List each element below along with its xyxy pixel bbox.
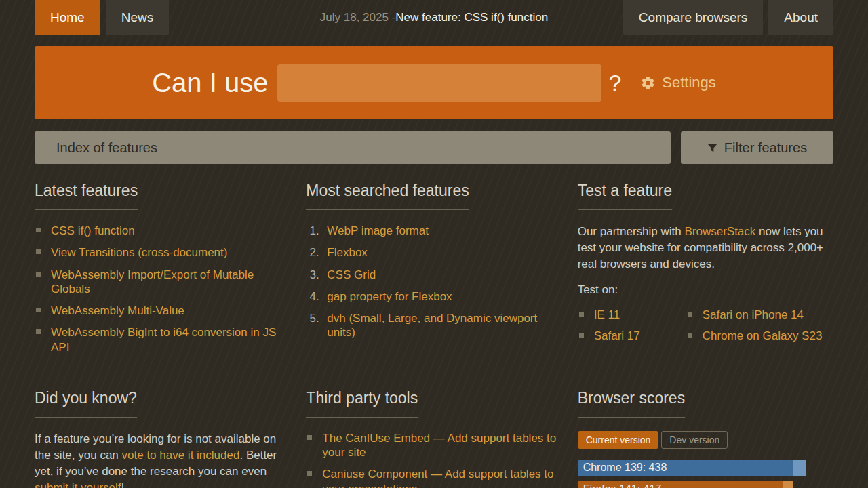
list-item: Safari 17 <box>578 329 686 343</box>
feature-search-input[interactable] <box>277 64 601 102</box>
question-mark: ? <box>608 70 621 96</box>
list-item: View Transitions (cross-document) <box>35 245 290 260</box>
did-you-know-section: Did you know? If a feature you’re lookin… <box>35 389 290 488</box>
nav-compare-browsers[interactable]: Compare browsers <box>623 0 764 35</box>
firefox-score-row: Firefox 141: 417 <box>578 481 833 488</box>
list-item: CSS Grid <box>322 268 561 282</box>
version-toggle: Current version Dev version <box>578 431 833 449</box>
feature-link[interactable]: gap property for Flexbox <box>327 290 452 303</box>
settings-button[interactable]: Settings <box>640 74 716 92</box>
latest-features-list: CSS if() function View Transitions (cros… <box>35 224 290 354</box>
most-searched-section: Most searched features WebP image format… <box>306 182 561 362</box>
announcement-link[interactable]: New feature: CSS if() function <box>395 11 548 24</box>
site-title: Can I use <box>152 68 268 98</box>
device-link[interactable]: Safari on iPhone 14 <box>703 308 804 321</box>
firefox-score-cap <box>783 481 793 488</box>
feature-link[interactable]: View Transitions (cross-document) <box>51 246 227 259</box>
list-item: Caniuse Component — Add support tables t… <box>306 467 561 488</box>
list-item: Flexbox <box>322 245 561 260</box>
device-link[interactable]: Safari 17 <box>594 329 640 342</box>
filter-icon <box>707 143 717 153</box>
list-item: WebAssembly Import/Export of Mutable Glo… <box>35 268 290 297</box>
most-searched-heading: Most searched features <box>306 182 469 210</box>
index-of-features-label: Index of features <box>56 140 157 156</box>
list-item: CSS if() function <box>35 224 290 238</box>
feature-link[interactable]: WebAssembly Import/Export of Mutable Glo… <box>51 268 254 296</box>
chrome-score-row: Chrome 139: 438 <box>578 460 833 476</box>
list-item: The CanIUse Embed — Add support tables t… <box>306 431 561 460</box>
browser-scores-heading: Browser scores <box>578 389 685 418</box>
third-party-tools-list: The CanIUse Embed — Add support tables t… <box>306 431 561 488</box>
dev-version-toggle[interactable]: Dev version <box>661 431 728 449</box>
list-item: WebP image format <box>322 224 561 238</box>
feature-link[interactable]: Flexbox <box>327 246 368 259</box>
main-content: Latest features CSS if() function View T… <box>35 182 833 488</box>
chrome-score-cap <box>793 460 806 476</box>
feature-link[interactable]: CSS if() function <box>51 224 135 237</box>
top-nav: Home News July 18, 2025 - New feature: C… <box>35 0 833 35</box>
filter-features-button[interactable]: Filter features <box>681 131 833 164</box>
list-item: WebAssembly BigInt to i64 conversion in … <box>35 325 290 354</box>
firefox-score-label: Firefox 141: 417 <box>583 483 662 488</box>
latest-features-section: Latest features CSS if() function View T… <box>35 182 290 362</box>
announcement-date: July 18, 2025 - <box>320 11 396 24</box>
test-a-feature-section: Test a feature Our partnership with Brow… <box>578 182 833 362</box>
device-link[interactable]: IE 11 <box>594 308 620 321</box>
third-party-tools-heading: Third party tools <box>306 389 418 418</box>
test-a-feature-heading: Test a feature <box>578 182 672 210</box>
vote-link[interactable]: vote to have it included <box>122 449 240 462</box>
test-devices: IE 11 Safari 17 Safari on iPhone 14 Chro… <box>578 308 833 350</box>
list-item: gap property for Flexbox <box>322 289 561 304</box>
did-you-know-heading: Did you know? <box>35 389 137 418</box>
feature-link[interactable]: WebAssembly Multi-Value <box>51 304 184 317</box>
nav-news[interactable]: News <box>106 0 170 35</box>
third-party-tools-section: Third party tools The CanIUse Embed — Ad… <box>306 389 561 488</box>
browserstack-paragraph: Our partnership with BrowserStack now le… <box>578 224 833 272</box>
index-of-features-bar: Index of features <box>35 131 671 164</box>
feature-link[interactable]: WebP image format <box>327 224 429 237</box>
test-on-label: Test on: <box>578 282 833 298</box>
gear-icon <box>640 75 656 91</box>
did-you-know-paragraph: If a feature you’re looking for is not a… <box>35 431 290 488</box>
browser-scores-chart: Chrome 139: 438 Firefox 141: 417 <box>578 460 833 488</box>
chrome-score-label: Chrome 139: 438 <box>583 462 667 474</box>
list-item: IE 11 <box>578 308 686 322</box>
test-devices-col2: Safari on iPhone 14 Chrome on Galaxy S23 <box>686 308 833 350</box>
tool-link[interactable]: Caniuse Component — Add support tables t… <box>322 468 553 488</box>
filter-features-label: Filter features <box>724 140 807 156</box>
hero-banner: Can I use ? Settings <box>35 46 833 119</box>
nav-about[interactable]: About <box>768 0 833 35</box>
nav-left-group: Home News <box>35 0 169 35</box>
announcement-bar: July 18, 2025 - New feature: CSS if() fu… <box>320 0 548 35</box>
nav-home[interactable]: Home <box>35 0 100 35</box>
browserstack-link[interactable]: BrowserStack <box>684 225 755 238</box>
text-run: ! <box>121 481 125 488</box>
feature-link[interactable]: dvh (Small, Large, and Dynamic viewport … <box>327 312 537 339</box>
settings-label: Settings <box>662 74 716 92</box>
nav-right-group: Compare browsers About <box>623 0 833 35</box>
list-item: Chrome on Galaxy S23 <box>686 329 833 343</box>
list-item: dvh (Small, Large, and Dynamic viewport … <box>322 311 561 340</box>
device-link[interactable]: Chrome on Galaxy S23 <box>703 329 823 342</box>
feature-link[interactable]: WebAssembly BigInt to i64 conversion in … <box>51 326 276 353</box>
list-item: Safari on iPhone 14 <box>686 308 833 322</box>
latest-features-heading: Latest features <box>35 182 138 210</box>
test-devices-col1: IE 11 Safari 17 <box>578 308 686 350</box>
chrome-score-bar[interactable]: Chrome 139: 438 <box>578 460 793 476</box>
current-version-toggle[interactable]: Current version <box>578 431 659 449</box>
list-item: WebAssembly Multi-Value <box>35 304 290 318</box>
firefox-score-bar[interactable]: Firefox 141: 417 <box>578 481 783 488</box>
tool-link[interactable]: The CanIUse Embed — Add support tables t… <box>322 432 556 459</box>
index-filter-row: Index of features Filter features <box>35 131 833 164</box>
feature-link[interactable]: CSS Grid <box>327 268 376 281</box>
most-searched-list: WebP image format Flexbox CSS Grid gap p… <box>306 224 561 340</box>
browser-scores-section: Browser scores Current version Dev versi… <box>578 389 833 488</box>
submit-link[interactable]: submit it yourself <box>35 481 121 488</box>
text-run: Our partnership with <box>578 225 685 238</box>
